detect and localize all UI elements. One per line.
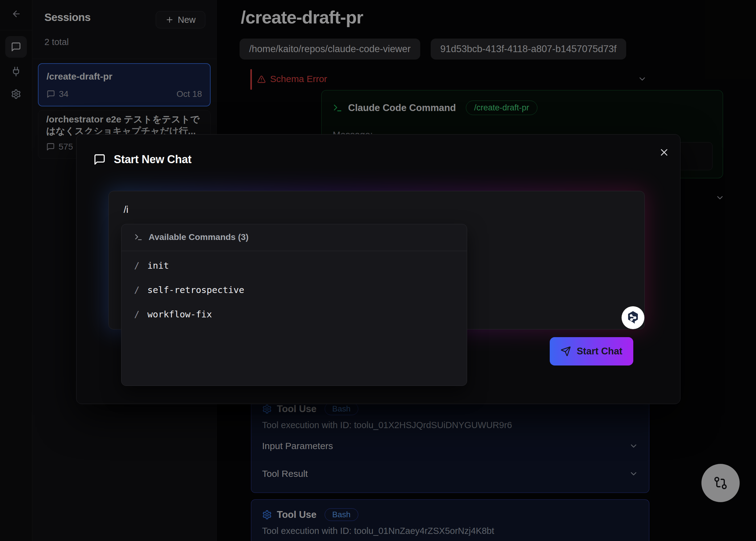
command-name: init <box>148 260 169 271</box>
modal-title: Start New Chat <box>114 153 191 166</box>
terminal-icon <box>134 233 143 242</box>
command-option-workflow-fix[interactable]: / workflow-fix <box>122 302 467 326</box>
assistant-logo-button[interactable] <box>621 306 644 329</box>
dropdown-header: Available Commands (3) <box>134 232 248 242</box>
command-prefix: / <box>134 285 139 295</box>
command-option-self-retrospective[interactable]: / self-retrospective <box>122 278 467 302</box>
send-icon <box>561 346 571 356</box>
commands-dropdown: Available Commands (3) / init / self-ret… <box>121 224 467 386</box>
command-option-init[interactable]: / init <box>122 254 467 277</box>
start-chat-button[interactable]: Start Chat <box>550 337 633 365</box>
modal-header: Start New Chat <box>94 153 191 166</box>
dropdown-divider <box>122 251 467 251</box>
message-input-value: /i <box>124 204 129 215</box>
command-prefix: / <box>134 309 139 319</box>
start-new-chat-modal: Start New Chat /i <box>76 134 680 404</box>
chat-bubble-icon <box>94 153 106 166</box>
hexagon-chat-logo-icon <box>625 310 641 326</box>
start-chat-label: Start Chat <box>576 346 622 357</box>
close-icon <box>658 147 670 158</box>
command-name: self-retrospective <box>148 285 244 295</box>
close-button[interactable] <box>657 146 671 159</box>
command-name: workflow-fix <box>148 309 212 319</box>
command-prefix: / <box>134 260 139 271</box>
available-commands-label: Available Commands (3) <box>149 232 248 242</box>
